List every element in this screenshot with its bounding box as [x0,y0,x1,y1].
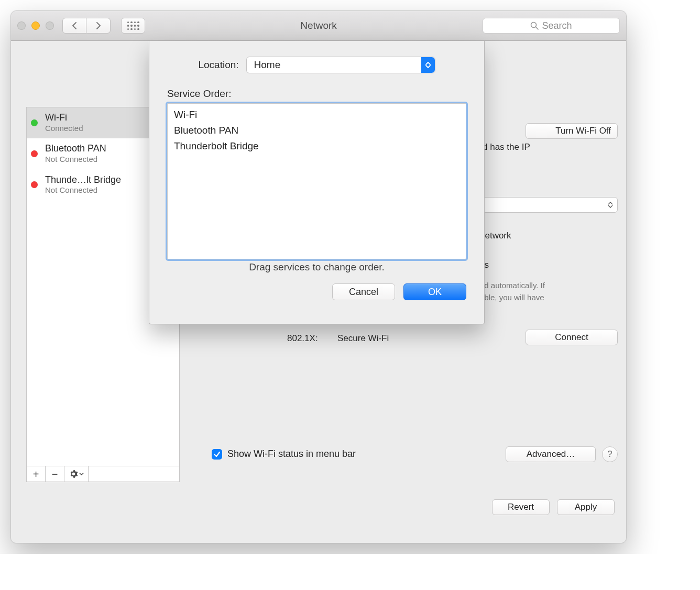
minimize-window-button[interactable] [31,21,40,30]
cancel-button[interactable]: Cancel [332,283,395,300]
search-field[interactable]: Search [483,18,620,34]
service-order-item[interactable]: Thunderbolt Bridge [174,138,460,154]
titlebar: Network Search [11,11,626,41]
service-order-sheet: Location: Home Service Order: Wi-Fi Blue… [149,41,485,324]
service-order-item[interactable]: Bluetooth PAN [174,123,460,138]
stepper-icon [608,202,613,208]
button-label: Turn Wi-Fi Off [555,126,611,136]
show-wifi-menubar-label: Show Wi-Fi status in menu bar [227,449,356,460]
turn-wifi-off-button[interactable]: Turn Wi-Fi Off [526,123,618,139]
service-order-hint: Drag services to change order. [149,261,484,273]
nav-back-forward [62,18,111,34]
search-placeholder: Search [542,20,572,31]
grid-icon [127,21,139,30]
location-select[interactable]: Home [246,57,435,73]
status-dot-icon [31,181,38,188]
network-preferences-window: Network Search Wi-Fi Connected [10,10,627,543]
8021x-label: 802.1X: [287,333,318,344]
content-area: Wi-Fi Connected Bluetooth PAN Not Connec… [11,41,626,543]
search-icon [530,21,539,30]
chevron-down-icon [79,472,84,476]
text-fragment-auto: ed automatically. If able, you will have… [480,280,618,315]
connect-button[interactable]: Connect [526,330,618,345]
back-button[interactable] [62,18,86,34]
apply-button[interactable]: Apply [557,499,615,515]
sidebar-footer: + − [27,466,179,482]
show-wifi-menubar-row: Show Wi-Fi status in menu bar [212,449,356,460]
chevron-down-icon [425,65,431,69]
close-window-button[interactable] [17,21,26,30]
help-button[interactable]: ? [602,446,618,462]
service-actions-menu[interactable] [64,466,89,482]
network-name-select[interactable] [483,197,618,213]
status-dot-icon [31,119,38,126]
chevron-up-icon [425,61,431,65]
forward-button[interactable] [86,18,111,34]
check-icon [213,451,221,458]
service-order-list[interactable]: Wi-Fi Bluetooth PAN Thunderbolt Bridge [167,103,466,259]
remove-service-button[interactable]: − [46,466,64,482]
dialog-buttons: Cancel OK [332,283,466,300]
spacer [89,466,179,482]
service-order-label: Service Order: [167,88,231,100]
text-fragment-network: network [480,230,618,242]
location-value: Home [254,59,281,71]
gear-icon [69,469,78,478]
ip-address-text-fragment: d has the IP [483,142,617,152]
location-row: Location: Home [149,57,484,73]
show-all-button[interactable] [121,18,145,34]
8021x-value: Secure Wi-Fi [337,333,389,344]
revert-button[interactable]: Revert [492,499,550,515]
svg-line-1 [536,27,539,30]
add-service-button[interactable]: + [27,466,46,482]
window-traffic-lights [17,21,57,30]
select-endcap [421,57,435,73]
status-dot-icon [31,150,38,157]
advanced-button[interactable]: Advanced… [506,446,596,462]
show-wifi-menubar-checkbox[interactable] [212,449,222,460]
zoom-window-button[interactable] [46,21,54,30]
text-fragment-ks: ks [480,259,618,271]
service-order-item[interactable]: Wi-Fi [174,107,460,123]
ok-button[interactable]: OK [403,283,466,300]
location-label: Location: [198,59,238,71]
